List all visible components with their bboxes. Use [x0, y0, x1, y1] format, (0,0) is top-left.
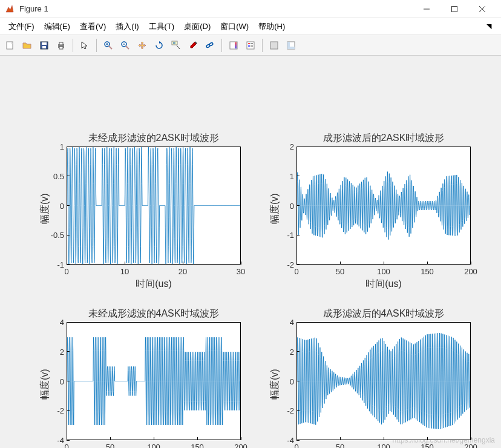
svg-point-23 [209, 42, 213, 45]
y-tick: 4 [270, 318, 294, 327]
waveform [67, 323, 240, 440]
svg-rect-18 [172, 41, 177, 45]
y-tick: -4 [270, 436, 294, 445]
x-tick: 0 [64, 443, 68, 448]
y-tick: 2 [270, 347, 294, 356]
x-axis-label: 时间(us) [365, 278, 402, 291]
menu-insert[interactable]: 插入(I) [111, 19, 143, 35]
chart-title: 未经成形滤波的4ASK时域波形 [88, 308, 220, 320]
insert-legend-button[interactable] [243, 38, 258, 53]
x-tick: 150 [421, 267, 434, 276]
insert-colorbar-button[interactable] [226, 38, 241, 53]
pan-button[interactable] [134, 38, 150, 53]
new-figure-button[interactable] [2, 38, 18, 53]
x-tick: 200 [464, 443, 477, 448]
x-tick: 150 [421, 443, 434, 448]
y-tick: 2 [40, 347, 64, 356]
y-tick: 1 [40, 142, 64, 151]
svg-rect-31 [270, 42, 278, 49]
y-tick: -2 [270, 260, 294, 269]
rotate-button[interactable] [151, 38, 167, 53]
svg-rect-1 [452, 6, 457, 12]
toolbar [0, 35, 501, 56]
waveform [297, 147, 470, 264]
chart-title: 成形滤波后的2ASK时域波形 [323, 132, 445, 145]
brush-button[interactable] [185, 38, 201, 53]
x-tick: 0 [294, 267, 298, 276]
y-tick: 0.5 [40, 171, 64, 180]
x-tick: 50 [106, 443, 114, 448]
pointer-button[interactable] [77, 38, 93, 53]
svg-rect-25 [235, 42, 237, 48]
y-tick: -2 [40, 406, 64, 415]
y-tick: 0 [270, 377, 294, 386]
chart-title: 成形滤波后的4ASK时域波形 [323, 308, 445, 320]
menu-help[interactable]: 帮助(H) [254, 19, 290, 35]
x-tick: 200 [464, 267, 477, 276]
y-tick: -4 [40, 436, 64, 445]
datacursor-button[interactable] [168, 38, 184, 53]
svg-rect-34 [287, 47, 295, 49]
subplot-3[interactable] [67, 322, 241, 440]
x-tick: 50 [336, 267, 344, 276]
window-title: Figure 1 [19, 4, 413, 13]
y-tick: -1 [40, 260, 64, 269]
link-button[interactable] [202, 38, 218, 53]
svg-line-16 [126, 46, 129, 49]
x-tick: 100 [147, 443, 160, 448]
x-tick: 100 [377, 443, 390, 448]
open-button[interactable] [19, 38, 35, 53]
svg-rect-28 [248, 45, 250, 47]
maximize-button[interactable] [440, 0, 468, 18]
x-tick: 50 [336, 443, 344, 448]
waveform [67, 147, 240, 264]
svg-rect-10 [59, 47, 63, 49]
toolbar-separator [96, 39, 97, 52]
y-tick: -0.5 [40, 231, 64, 240]
zoom-out-button[interactable] [117, 38, 133, 53]
x-tick: 0 [64, 267, 68, 276]
menu-view[interactable]: 查看(V) [75, 19, 111, 35]
y-tick: 0 [270, 201, 294, 210]
subplot-2[interactable] [296, 147, 471, 265]
menubar: 文件(F) 编辑(E) 查看(V) 插入(I) 工具(T) 桌面(D) 窗口(W… [0, 18, 501, 35]
matlab-logo-icon [5, 4, 15, 14]
toolbar-separator [221, 39, 222, 52]
save-button[interactable] [36, 38, 52, 53]
plot-area: https://blog.csdn.net/gemengxia 未经成形滤波的2… [0, 56, 501, 448]
subplot-1[interactable] [67, 147, 241, 265]
menu-file[interactable]: 文件(F) [4, 19, 39, 35]
menu-tools[interactable]: 工具(T) [144, 19, 180, 35]
y-tick: 1 [270, 171, 294, 180]
titlebar: Figure 1 [0, 0, 501, 18]
x-tick: 10 [120, 267, 129, 276]
hide-plot-tools-button[interactable] [266, 38, 282, 53]
minimize-button[interactable] [413, 0, 440, 18]
close-button[interactable] [468, 0, 496, 18]
y-tick: 2 [270, 142, 294, 151]
y-tick: 4 [40, 318, 64, 327]
x-tick: 0 [294, 443, 298, 448]
x-tick: 100 [377, 267, 390, 276]
toolbar-separator [73, 39, 73, 52]
menu-overflow-icon[interactable]: ◥ [482, 20, 496, 33]
y-tick: -1 [270, 231, 294, 240]
svg-line-12 [109, 46, 112, 49]
menu-window[interactable]: 窗口(W) [215, 19, 254, 35]
menu-edit[interactable]: 编辑(E) [39, 19, 75, 35]
waveform [297, 323, 470, 440]
x-axis-label: 时间(us) [136, 278, 172, 291]
menu-desktop[interactable]: 桌面(D) [179, 19, 215, 35]
subplot-4[interactable] [296, 322, 471, 440]
x-tick: 30 [237, 267, 245, 276]
x-tick: 150 [191, 443, 204, 448]
chart-title: 未经成形滤波的2ASK时域波形 [88, 132, 220, 145]
y-tick: -2 [270, 406, 294, 415]
svg-rect-6 [42, 42, 47, 45]
print-button[interactable] [53, 38, 69, 53]
y-tick: 0 [40, 201, 64, 210]
show-plot-tools-button[interactable] [283, 38, 299, 53]
svg-rect-7 [42, 46, 46, 48]
zoom-in-button[interactable] [100, 38, 116, 53]
x-tick: 200 [234, 443, 247, 448]
